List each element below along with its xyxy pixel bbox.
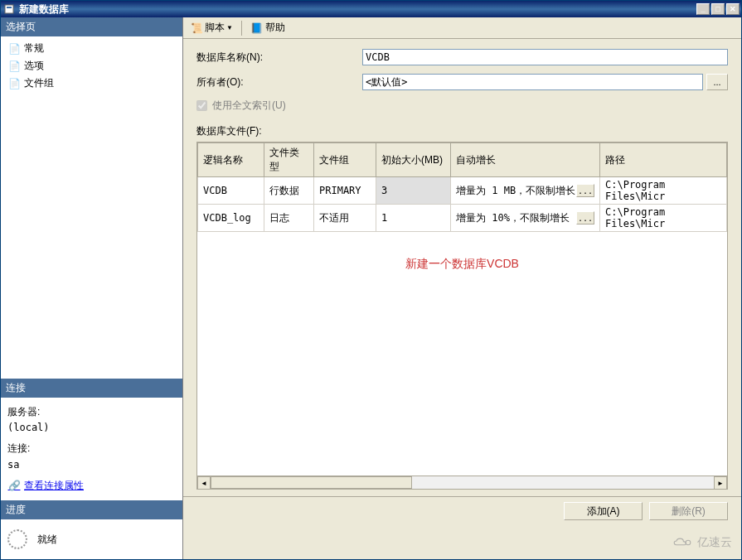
db-name-label: 数据库名称(N): <box>196 51 362 65</box>
close-button[interactable]: ✕ <box>726 3 740 15</box>
cloud-icon <box>671 536 694 549</box>
connection-icon: 🔗 <box>7 479 21 492</box>
horizontal-scrollbar[interactable]: ◄ ► <box>197 476 727 489</box>
files-table-container: 逻辑名称 文件类型 文件组 初始大小(MB) 自动增长 路径 <box>196 142 728 490</box>
scroll-thumb[interactable] <box>211 476 412 489</box>
cell-size[interactable]: 3 <box>376 177 451 205</box>
progress-spinner-icon <box>7 529 27 549</box>
script-button[interactable]: 📜 脚本 ▼ <box>187 19 236 36</box>
titlebar[interactable]: 新建数据库 _ □ ✕ <box>1 1 741 17</box>
conn-label: 连接: <box>7 441 176 456</box>
conn-value: sa <box>7 457 176 473</box>
owner-input[interactable] <box>362 74 703 90</box>
cell-type[interactable]: 日志 <box>264 205 314 232</box>
connection-header: 连接 <box>1 379 182 398</box>
db-name-input[interactable] <box>362 49 728 65</box>
maximize-button[interactable]: □ <box>711 3 725 15</box>
cell-type[interactable]: 行数据 <box>264 177 314 205</box>
chevron-down-icon: ▼ <box>226 24 233 31</box>
tree-label: 文件组 <box>24 76 54 90</box>
select-page-header: 选择页 <box>1 17 182 36</box>
tree-item-filegroups[interactable]: 📄 文件组 <box>4 75 179 92</box>
dialog-window: 新建数据库 _ □ ✕ 选择页 📄 常规 📄 选项 <box>0 0 742 560</box>
cell-path[interactable]: C:\Program Files\Micr <box>600 205 727 232</box>
button-bar: 添加(A) 删除(R) <box>183 496 741 525</box>
cell-name[interactable]: VCDB <box>198 177 264 205</box>
tree-label: 选项 <box>24 59 44 73</box>
table-row[interactable]: VCDB 行数据 PRIMARY 3 增量为 1 MB，不限制增长 ... <box>198 177 727 205</box>
page-tree: 📄 常规 📄 选项 📄 文件组 <box>1 36 182 379</box>
scroll-track[interactable] <box>211 476 714 489</box>
cell-name[interactable]: VCDB_log <box>198 205 264 232</box>
svg-rect-1 <box>7 7 12 8</box>
col-path[interactable]: 路径 <box>600 143 727 177</box>
progress-panel: 就绪 <box>1 519 182 559</box>
col-file-group[interactable]: 文件组 <box>314 143 376 177</box>
page-icon: 📄 <box>7 60 21 73</box>
files-table[interactable]: 逻辑名称 文件类型 文件组 初始大小(MB) 自动增长 路径 <box>197 142 727 232</box>
window-title: 新建数据库 <box>19 2 696 17</box>
fulltext-checkbox <box>196 100 207 111</box>
col-auto-growth[interactable]: 自动增长 <box>451 143 600 177</box>
table-row[interactable]: VCDB_log 日志 不适用 1 增量为 10%，不限制增长 ... <box>198 205 727 232</box>
fulltext-label: 使用全文索引(U) <box>212 99 286 113</box>
tree-label: 常规 <box>24 41 44 56</box>
form-area: 数据库名称(N): 所有者(O): ... 使用全文索引(U) 数据库文件(F)… <box>183 39 741 496</box>
cell-growth[interactable]: 增量为 1 MB，不限制增长 ... <box>451 177 600 205</box>
page-icon: 📄 <box>7 77 21 90</box>
toolbar: 📜 脚本 ▼ 📘 帮助 <box>183 17 741 39</box>
page-icon: 📄 <box>7 42 21 56</box>
tree-item-general[interactable]: 📄 常规 <box>4 40 179 57</box>
cell-growth[interactable]: 增量为 10%，不限制增长 ... <box>451 205 600 232</box>
help-button[interactable]: 📘 帮助 <box>247 19 289 36</box>
scroll-left-button[interactable]: ◄ <box>197 476 211 490</box>
svg-point-2 <box>686 540 691 545</box>
server-label: 服务器: <box>7 404 176 420</box>
view-connection-props-link[interactable]: 🔗 查看连接属性 <box>7 478 176 494</box>
delete-button[interactable]: 删除(R) <box>649 502 728 520</box>
col-file-type[interactable]: 文件类型 <box>264 143 314 177</box>
app-icon <box>2 2 16 16</box>
minimize-button[interactable]: _ <box>696 3 710 15</box>
col-initial-size[interactable]: 初始大小(MB) <box>376 143 451 177</box>
growth-edit-button[interactable]: ... <box>576 184 594 197</box>
progress-header: 进度 <box>1 500 182 519</box>
connection-panel: 服务器: (local) 连接: sa 🔗 查看连接属性 <box>1 398 182 500</box>
watermark: 亿速云 <box>671 535 732 550</box>
server-value: (local) <box>7 420 176 436</box>
toolbar-separator <box>241 21 242 36</box>
files-label: 数据库文件(F): <box>196 124 728 138</box>
help-icon: 📘 <box>250 22 264 35</box>
cell-size[interactable]: 1 <box>376 205 451 232</box>
add-button[interactable]: 添加(A) <box>564 502 643 520</box>
progress-status: 就绪 <box>37 533 57 547</box>
cell-group[interactable]: PRIMARY <box>314 177 376 205</box>
scroll-right-button[interactable]: ► <box>714 476 727 490</box>
annotation-text: 新建一个数据库VCDB <box>197 232 727 297</box>
owner-label: 所有者(O): <box>196 75 362 89</box>
script-icon: 📜 <box>190 22 203 35</box>
svg-rect-0 <box>5 5 13 13</box>
sidebar: 选择页 📄 常规 📄 选项 📄 文件组 连 <box>1 17 183 559</box>
growth-edit-button[interactable]: ... <box>576 211 594 224</box>
tree-item-options[interactable]: 📄 选项 <box>4 57 179 75</box>
col-logical-name[interactable]: 逻辑名称 <box>198 143 264 177</box>
cell-path[interactable]: C:\Program Files\Micr <box>600 177 727 205</box>
content-area: 📜 脚本 ▼ 📘 帮助 数据库名称(N): 所有者(O): <box>183 17 741 559</box>
cell-group[interactable]: 不适用 <box>314 205 376 232</box>
owner-browse-button[interactable]: ... <box>706 74 728 90</box>
